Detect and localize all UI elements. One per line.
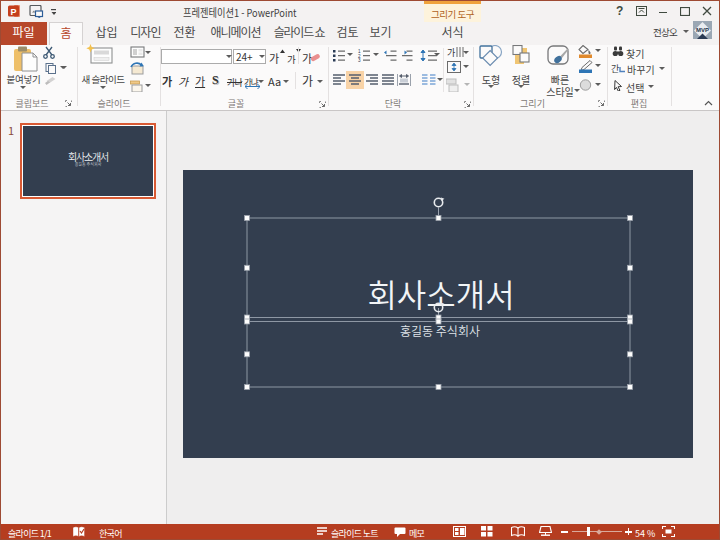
svg-text:P: P — [10, 7, 16, 17]
svg-text:3: 3 — [358, 58, 361, 62]
svg-text:MVP: MVP — [696, 27, 709, 33]
